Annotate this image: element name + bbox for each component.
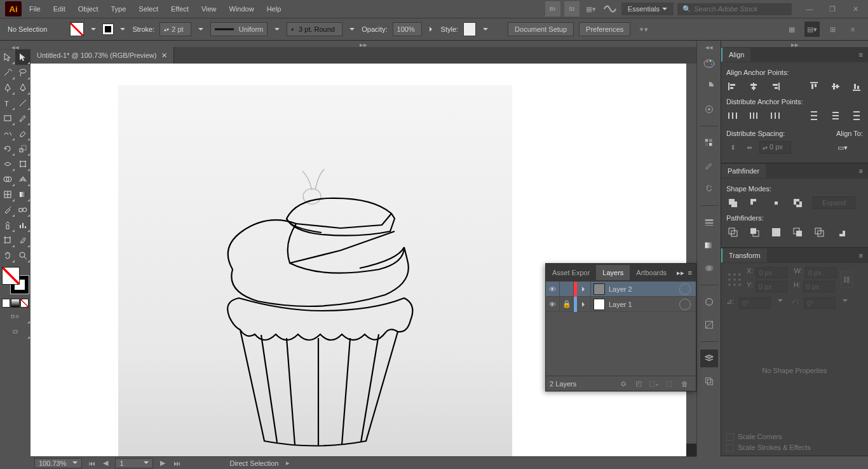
new-layer-icon[interactable]: ⬚ bbox=[661, 376, 677, 391]
zoom-tool[interactable] bbox=[15, 248, 31, 263]
w-input[interactable]: 0 px bbox=[805, 267, 837, 278]
symbols-icon[interactable] bbox=[700, 180, 718, 198]
tab-layers[interactable]: Layers bbox=[596, 265, 630, 280]
snap-pixel-icon[interactable]: ▦ bbox=[784, 22, 799, 37]
rectangle-tool[interactable] bbox=[0, 111, 15, 126]
rotate-input[interactable]: 0° bbox=[739, 297, 771, 309]
bridge-icon[interactable]: Br bbox=[545, 1, 560, 17]
link-icon[interactable]: ⛓ bbox=[841, 271, 853, 288]
appearance-icon[interactable] bbox=[700, 293, 718, 311]
style-swatch[interactable] bbox=[463, 22, 476, 36]
tab-artboards[interactable]: Artboards bbox=[630, 265, 673, 280]
menu-file[interactable]: File bbox=[24, 3, 46, 15]
draw-mode[interactable] bbox=[0, 309, 31, 324]
canvas[interactable] bbox=[31, 64, 686, 456]
paintbrush-tool[interactable] bbox=[15, 111, 31, 126]
scale-strokes-checkbox[interactable] bbox=[726, 444, 734, 452]
swatches-icon[interactable] bbox=[700, 134, 718, 152]
dist-vcenter-icon[interactable] bbox=[829, 109, 842, 122]
brushes-icon[interactable] bbox=[700, 157, 718, 175]
crop-icon[interactable] bbox=[791, 226, 804, 238]
dist-top-icon[interactable] bbox=[808, 109, 820, 122]
panel-menu-icon[interactable]: ≡ bbox=[854, 51, 868, 58]
target-icon[interactable] bbox=[679, 299, 691, 310]
perspective-grid-tool[interactable] bbox=[15, 172, 31, 187]
fill-swatch[interactable] bbox=[70, 22, 84, 36]
close-icon[interactable]: ✕ bbox=[848, 1, 863, 17]
eyedropper-tool[interactable] bbox=[0, 202, 15, 217]
new-sublayer-icon[interactable]: ⬚₊ bbox=[646, 376, 661, 391]
search-stock[interactable]: 🔍 bbox=[677, 3, 792, 15]
eraser-tool[interactable] bbox=[15, 126, 31, 141]
artboard-tool[interactable] bbox=[0, 233, 15, 248]
color-panel-icon[interactable] bbox=[700, 55, 718, 72]
selection-tool[interactable] bbox=[0, 50, 15, 65]
shape-builder-tool[interactable] bbox=[0, 172, 15, 187]
document-tab[interactable]: Untitled-1* @ 100.73% (RGB/Preview) ✕ bbox=[31, 47, 174, 64]
workspace-switcher[interactable]: Essentials bbox=[621, 3, 674, 15]
color-mode-row[interactable] bbox=[2, 299, 29, 308]
fill-dropdown[interactable] bbox=[89, 26, 98, 33]
shear-input[interactable]: 0° bbox=[804, 297, 836, 309]
stroke-weight-dropdown[interactable] bbox=[196, 26, 205, 33]
menu-edit[interactable]: Edit bbox=[48, 3, 71, 15]
artboards-dock-icon[interactable] bbox=[700, 372, 718, 390]
target-icon[interactable] bbox=[679, 283, 691, 295]
hand-tool[interactable] bbox=[0, 248, 15, 263]
align-vcenter-icon[interactable] bbox=[829, 80, 842, 93]
align-tab[interactable]: Align bbox=[721, 48, 750, 62]
align-to-icon[interactable]: ✴▾ bbox=[635, 22, 651, 37]
menu-type[interactable]: Type bbox=[106, 3, 132, 15]
dist-hcenter-icon[interactable] bbox=[748, 109, 761, 122]
rotate-tool[interactable] bbox=[0, 141, 15, 156]
align-top-icon[interactable] bbox=[808, 80, 820, 93]
reference-point-icon[interactable] bbox=[726, 271, 743, 288]
magic-wand-tool[interactable] bbox=[0, 65, 15, 80]
align-hcenter-icon[interactable] bbox=[748, 80, 761, 93]
exclude-icon[interactable] bbox=[791, 196, 804, 209]
artboard-nav[interactable]: 1 bbox=[115, 458, 153, 468]
trim-icon[interactable] bbox=[748, 226, 761, 238]
align-bottom-icon[interactable] bbox=[850, 80, 863, 93]
symbol-sprayer-tool[interactable] bbox=[0, 217, 15, 233]
gradient-panel-icon[interactable] bbox=[700, 236, 718, 254]
style-dropdown[interactable] bbox=[481, 26, 490, 33]
graphic-styles-icon[interactable] bbox=[700, 316, 718, 334]
brush-dropdown[interactable] bbox=[348, 26, 356, 33]
h-input[interactable]: 0 px bbox=[803, 281, 835, 292]
column-graph-tool[interactable] bbox=[15, 217, 31, 233]
menu-view[interactable]: View bbox=[196, 3, 222, 15]
divide-icon[interactable] bbox=[726, 226, 739, 238]
lock-toggle[interactable]: 🔒 bbox=[560, 297, 574, 312]
dist-left-icon[interactable] bbox=[726, 109, 739, 122]
shaper-tool[interactable] bbox=[0, 126, 15, 141]
color-guide-icon[interactable] bbox=[700, 78, 718, 95]
expand-layer[interactable] bbox=[577, 297, 591, 312]
minimize-icon[interactable]: — bbox=[802, 1, 817, 17]
delete-layer-icon[interactable]: 🗑 bbox=[677, 376, 692, 391]
transparency-icon[interactable] bbox=[700, 259, 718, 277]
minus-back-icon[interactable] bbox=[834, 226, 847, 238]
gpu-icon[interactable] bbox=[602, 1, 618, 17]
tab-asset-export[interactable]: Asset Expor bbox=[546, 265, 596, 280]
outline-icon[interactable] bbox=[813, 226, 825, 238]
layer-row[interactable]: 👁 🔒 Layer 1 bbox=[546, 297, 696, 312]
menu-select[interactable]: Select bbox=[133, 3, 163, 15]
menu-object[interactable]: Object bbox=[73, 3, 104, 15]
type-tool[interactable]: T bbox=[0, 95, 15, 111]
last-artboard-icon[interactable]: ⏭ bbox=[172, 459, 181, 467]
color-themes-icon[interactable] bbox=[700, 100, 718, 118]
doc-collapse[interactable]: ▸▸ bbox=[31, 41, 696, 47]
visibility-toggle[interactable]: 👁 bbox=[546, 282, 560, 297]
next-artboard-icon[interactable]: ▶ bbox=[158, 459, 167, 467]
layers-dock-icon[interactable] bbox=[700, 350, 718, 367]
arrange-docs-icon[interactable]: ▦▾ bbox=[583, 1, 599, 17]
menu-effect[interactable]: Effect bbox=[166, 3, 194, 15]
status-menu-icon[interactable]: ▸ bbox=[283, 459, 292, 467]
zoom-level[interactable]: 100.73% bbox=[34, 458, 82, 468]
opacity-field[interactable]: 100% bbox=[393, 22, 422, 36]
pathfinder-tab[interactable]: Pathfinder bbox=[721, 164, 766, 178]
rotate-drop[interactable] bbox=[776, 297, 785, 309]
stroke-dropdown[interactable] bbox=[118, 26, 127, 33]
mesh-tool[interactable] bbox=[0, 187, 15, 202]
